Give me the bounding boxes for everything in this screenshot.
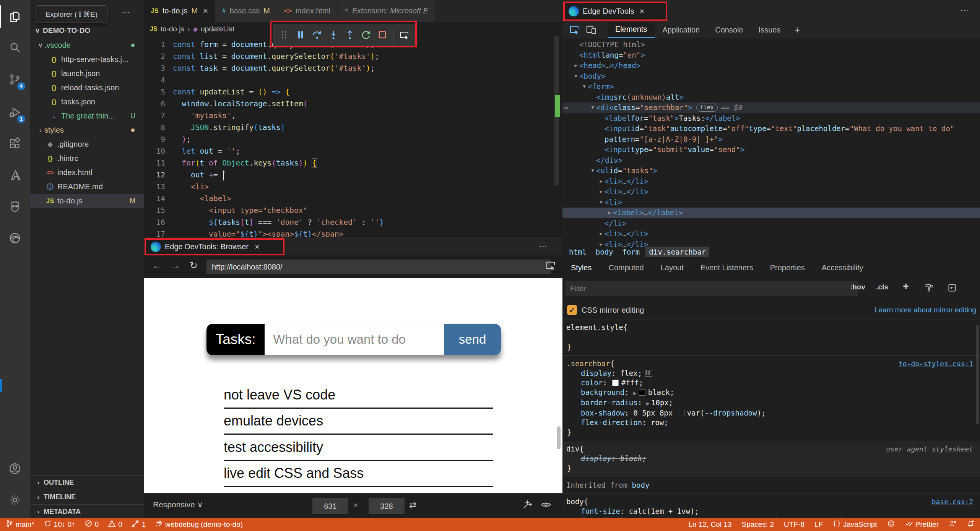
stepout-button[interactable]	[343, 27, 357, 42]
section-timeline[interactable]: ›TIMELINE	[30, 490, 144, 504]
tab-to-do-js[interactable]: JSto-do.jsM×	[144, 0, 215, 22]
close-icon[interactable]: ×	[640, 6, 645, 16]
expand-arrow-icon[interactable]: ▶	[598, 229, 605, 239]
explorer-item-readme-md[interactable]: ⓘREADME.md	[30, 180, 144, 194]
swap-dimensions-icon[interactable]: ⇄	[409, 500, 416, 510]
expand-arrow-icon[interactable]: ▼	[589, 166, 596, 176]
files-icon[interactable]	[3, 5, 26, 28]
devtools-actions-icon[interactable]: ⋯	[960, 5, 969, 15]
devtools-mask-icon[interactable]	[3, 195, 26, 218]
reload-icon[interactable]: ↻	[190, 260, 198, 271]
color-swatch[interactable]	[612, 380, 619, 386]
expand-arrow-icon[interactable]: ▼	[598, 197, 605, 208]
tree-row[interactable]: ▼<li>	[562, 197, 980, 208]
cast-button[interactable]	[397, 27, 411, 42]
edge-icon[interactable]	[3, 227, 26, 250]
devtools-tab-issues[interactable]: Issues	[751, 22, 788, 38]
search-icon[interactable]	[3, 36, 26, 59]
styles-tab-computed[interactable]: Computed	[600, 258, 652, 277]
css-property[interactable]: font-size: calc(1em + 1vw);	[566, 507, 976, 516]
devtools-tab-console[interactable]: Console	[707, 22, 751, 38]
selector[interactable]: body	[566, 497, 584, 507]
device-emulation-icon[interactable]	[585, 24, 597, 36]
url-input[interactable]	[206, 260, 551, 274]
task-input[interactable]	[265, 324, 444, 355]
breadcrumb-file[interactable]: to-do.js	[161, 25, 184, 33]
status-belld[interactable]	[967, 520, 975, 529]
tree-row[interactable]: <html lang="en">	[562, 50, 980, 61]
tree-row[interactable]: ▶<li>…</li>	[562, 176, 980, 187]
tree-row[interactable]: <input type="submit" value="send">	[562, 145, 980, 155]
class-toggle[interactable]: .cls	[876, 283, 888, 291]
run-debug-icon[interactable]: 1	[3, 101, 26, 124]
css-property[interactable]: background: ▶black;	[566, 388, 976, 398]
tree-row[interactable]: ▼<body>	[562, 71, 980, 82]
status-ln-12-col-13[interactable]: Ln 12, Col 13	[689, 520, 732, 529]
devtools-tab-elements[interactable]: Elements	[608, 22, 655, 38]
explorer-item--vscode[interactable]: ∨.vscode	[30, 38, 144, 52]
send-button[interactable]: send	[444, 324, 501, 355]
css-property[interactable]: border-radius: ▶10px;	[566, 398, 976, 408]
explorer-item-reload-tasks-json[interactable]: {}reload-tasks.json	[30, 81, 144, 95]
color-swatch[interactable]	[639, 389, 645, 396]
tab-extension-microsoft-e[interactable]: ≡Extension: Microsoft E	[338, 0, 436, 22]
inherited-element-link[interactable]: body	[632, 481, 650, 489]
explorer-item-tasks-json[interactable]: {}tasks.json	[30, 95, 144, 109]
tab-base-css[interactable]: #base.cssM	[215, 0, 277, 22]
status-lf[interactable]: LF	[814, 520, 823, 529]
tree-row[interactable]: ▶<label>…</label>	[562, 208, 980, 218]
mirror-editing-link[interactable]: Learn more about mirror editing	[874, 306, 976, 314]
pause-button[interactable]	[294, 27, 307, 42]
viewport-height-input[interactable]	[369, 498, 405, 514]
stylesheet-link[interactable]: base.css:2	[932, 497, 976, 507]
disclosure-arrow-icon[interactable]: ▶	[633, 390, 636, 396]
tree-row[interactable]: <input id="task" autocomplete="off" type…	[562, 123, 980, 134]
status-personx[interactable]	[949, 520, 957, 529]
tree-row[interactable]: <!DOCTYPE html>	[562, 39, 980, 50]
tree-row[interactable]: <img src(unknown) alt>	[562, 92, 980, 103]
status-10-0-[interactable]: 10↓ 0↑	[44, 520, 75, 529]
tree-row[interactable]: ▶<head>…</head>	[562, 60, 980, 71]
expand-arrow-icon[interactable]: ▼	[572, 71, 579, 82]
css-property[interactable]: color: #fff;	[566, 378, 976, 388]
status-webdebug-demo-to-do-[interactable]: webdebug (demo-to-do)	[155, 520, 243, 529]
tree-row[interactable]: </li>	[562, 218, 980, 229]
wand-icon[interactable]	[521, 499, 533, 512]
explorer-item-styles[interactable]: ›styles	[30, 123, 144, 137]
grip-button[interactable]	[277, 27, 291, 42]
status-0[interactable]: 0	[108, 520, 122, 529]
tree-row[interactable]: ▼<ul id="tasks">	[562, 166, 980, 176]
css-property[interactable]: display: flex;	[566, 369, 976, 378]
tree-row[interactable]: pattern="[a-z|A-Z|0-9| ]+">	[562, 134, 980, 145]
status-javascript[interactable]: JavaScript	[833, 520, 877, 529]
tree-row[interactable]: <label for="task">Tasks:</label>	[562, 113, 980, 124]
devtools-tab[interactable]: Edge DevTools ×	[563, 2, 667, 21]
expand-arrow-icon[interactable]: ▼	[581, 81, 588, 92]
task-item[interactable]: live edit CSS and Sass	[224, 461, 493, 487]
tree-row[interactable]: ⋯▼<div class="searchbar">flex== $0	[562, 102, 980, 113]
close-icon[interactable]: ×	[255, 242, 260, 252]
selector[interactable]: .searchbar	[566, 359, 610, 369]
explorer-item-launch-json[interactable]: {}launch.json	[30, 67, 144, 81]
task-item[interactable]: emulate devices	[224, 409, 493, 435]
responsive-mode-dropdown[interactable]: Responsive ∨	[153, 500, 203, 509]
disclosure-arrow-icon[interactable]: ▶	[647, 400, 650, 406]
task-item[interactable]: not leave VS code	[224, 382, 493, 409]
css-property[interactable]: display: block;	[566, 454, 976, 463]
computed-sidebar-icon[interactable]	[947, 283, 957, 295]
section-outline[interactable]: ›OUTLINE	[30, 475, 144, 490]
status-smiley[interactable]	[887, 520, 895, 529]
explorer-item-index-html[interactable]: <>index.html	[30, 166, 144, 180]
section-metadata[interactable]: ›METADATA	[30, 504, 144, 518]
viewport-width-input[interactable]	[312, 498, 348, 514]
css-property[interactable]: flex-direction: row;	[566, 418, 976, 427]
status-utf-8[interactable]: UTF-8	[784, 520, 804, 529]
color-swatch[interactable]	[678, 410, 684, 416]
azure-icon[interactable]	[3, 164, 26, 187]
row-actions-icon[interactable]: ⋯	[564, 102, 568, 113]
explorer-item--gitignore[interactable]: ◆.gitignore	[30, 137, 144, 151]
stepinto-button[interactable]	[327, 27, 340, 42]
tab-index-html[interactable]: <>index.html	[277, 0, 338, 22]
status-1[interactable]: 1	[132, 520, 146, 529]
styles-tab-event-listeners[interactable]: Event Listeners	[692, 258, 762, 277]
